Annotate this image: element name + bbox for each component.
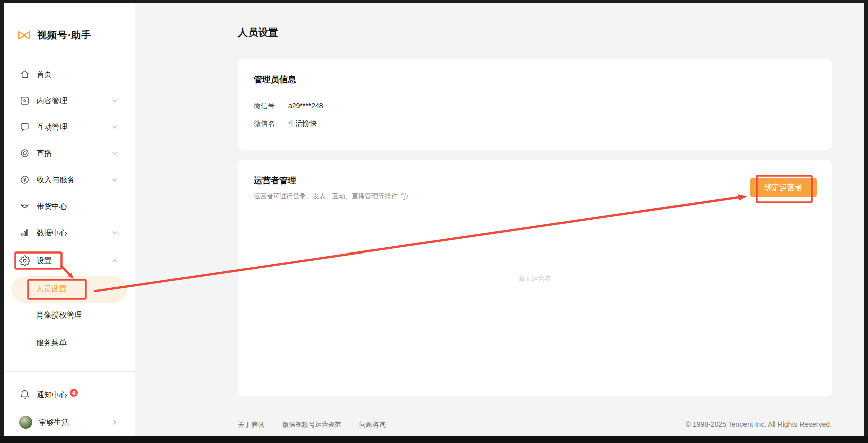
- logo-text: 视频号·助手: [37, 29, 91, 42]
- sidebar-item-live[interactable]: 直播: [19, 145, 119, 162]
- bar-chart-icon: [19, 227, 30, 238]
- operator-card-subtitle: 运营者可进行登录、发表、互动、直播管理等操作 ?: [254, 192, 408, 201]
- sidebar-account[interactable]: 掌够生活: [19, 414, 119, 431]
- shopping-bag-icon: [19, 201, 30, 212]
- chevron-right-icon: [111, 418, 119, 426]
- home-icon: [19, 69, 30, 80]
- sidebar-item-commerce-center[interactable]: 带货中心: [19, 198, 119, 215]
- chevron-down-icon: [111, 97, 119, 105]
- avatar: [19, 416, 32, 429]
- sidebar-subitem-label: 肖像授权管理: [36, 310, 82, 320]
- bell-icon: [19, 389, 30, 400]
- notification-badge: 4: [70, 389, 78, 397]
- operator-management-card: 运营者管理 运营者可进行登录、发表、互动、直播管理等操作 ? 绑定运营者 暂无运…: [238, 160, 832, 396]
- sidebar-item-data-center[interactable]: 数据中心: [19, 224, 119, 241]
- sidebar-item-content-management[interactable]: 内容管理: [19, 92, 119, 109]
- window-edge-left: [0, 0, 4, 443]
- chevron-down-icon: [111, 229, 119, 237]
- empty-state-text: 暂无运营者: [238, 274, 832, 283]
- help-icon[interactable]: ?: [401, 193, 408, 200]
- sidebar-item-label: 数据中心: [37, 228, 67, 238]
- sidebar-item-label: 设置: [37, 256, 52, 266]
- wechat-name-value: 生活愉快: [288, 119, 317, 128]
- copyright-text: © 1998-2025 Tencent Inc. All Rights Rese…: [686, 419, 832, 429]
- active-item-highlight: [11, 276, 127, 303]
- logo: 视频号·助手: [17, 27, 91, 43]
- sidebar-item-label: 带货中心: [37, 202, 67, 211]
- operator-card-title: 运营者管理: [254, 175, 296, 186]
- wechat-id-row: 微信号a29****248: [254, 101, 323, 111]
- chat-bubble-icon: [19, 121, 30, 133]
- account-name: 掌够生活: [39, 418, 69, 427]
- gear-icon: [19, 255, 30, 266]
- chevron-down-icon: [111, 149, 119, 157]
- wechat-name-label: 微信名: [254, 118, 288, 129]
- sidebar-subitem-label: 人员设置: [36, 284, 67, 294]
- content-play-icon: [19, 95, 30, 106]
- window-edge-right: [864, 0, 868, 443]
- sidebar-item-label: 直播: [37, 149, 52, 158]
- app-window: 视频号·助手 首页 内容管理 互动管理 直播 收入与服务: [0, 0, 868, 443]
- sidebar-item-notification-center[interactable]: 通知中心 4: [19, 386, 119, 403]
- live-record-icon: [19, 148, 30, 159]
- footer-link-operation-rules[interactable]: 微信视频号运营规范: [282, 420, 341, 430]
- sidebar-item-label: 互动管理: [37, 122, 67, 132]
- chevron-down-icon: [111, 123, 119, 131]
- channels-logo-icon: [17, 28, 32, 43]
- sidebar-item-label: 通知中心: [37, 390, 67, 400]
- chevron-up-icon: [111, 257, 119, 265]
- page-title: 人员设置: [238, 26, 278, 39]
- chevron-down-icon: [111, 176, 119, 184]
- sidebar-item-interaction-management[interactable]: 互动管理: [19, 118, 119, 136]
- footer-link-feedback[interactable]: 问题咨询: [359, 420, 386, 430]
- sidebar-item-income-services[interactable]: 收入与服务: [19, 171, 119, 188]
- yuan-coin-icon: [19, 174, 30, 185]
- admin-card-title: 管理员信息: [254, 74, 296, 85]
- sidebar-item-home[interactable]: 首页: [19, 66, 119, 83]
- wechat-id-label: 微信号: [254, 101, 288, 111]
- sidebar-subitem-personnel-settings[interactable]: 人员设置: [36, 280, 67, 297]
- footer-link-about-tencent[interactable]: 关于腾讯: [238, 420, 264, 430]
- sidebar-item-label: 内容管理: [37, 96, 67, 106]
- sidebar-item-label: 收入与服务: [37, 175, 75, 185]
- sidebar-item-settings[interactable]: 设置: [19, 252, 119, 269]
- wechat-id-value: a29****248: [288, 102, 323, 110]
- sidebar-item-label: 首页: [37, 70, 52, 79]
- sidebar-subitem-portrait-authorization[interactable]: 肖像授权管理: [36, 306, 82, 324]
- bind-operator-button[interactable]: 绑定运营者: [750, 178, 817, 197]
- window-edge-bottom: [0, 436, 868, 443]
- sidebar-subitem-service-menu[interactable]: 服务菜单: [36, 334, 67, 351]
- sidebar-subitem-label: 服务菜单: [36, 338, 67, 348]
- admin-info-card: 管理员信息 微信号a29****248 微信名生活愉快: [238, 59, 832, 150]
- footer-links: 关于腾讯 微信视频号运营规范 问题咨询: [238, 420, 386, 430]
- sidebar-divider: [4, 371, 135, 372]
- wechat-name-row: 微信名生活愉快: [254, 118, 317, 129]
- window-edge-top: [0, 0, 868, 3]
